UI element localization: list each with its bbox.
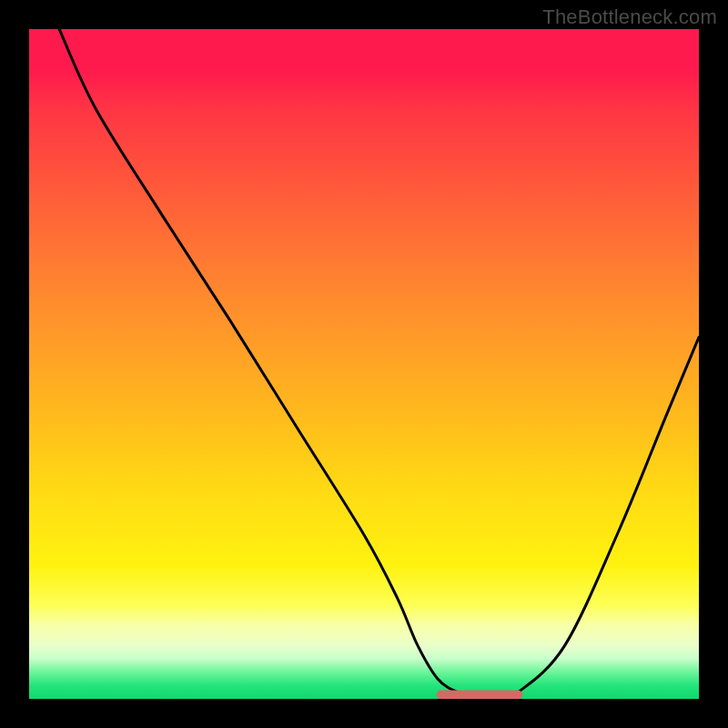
- bottleneck-curve-svg: [29, 29, 699, 699]
- chart-frame: TheBottleneck.com: [0, 0, 728, 728]
- plot-area: [29, 29, 699, 699]
- bottleneck-curve-path: [59, 29, 699, 697]
- watermark-text: TheBottleneck.com: [542, 5, 717, 29]
